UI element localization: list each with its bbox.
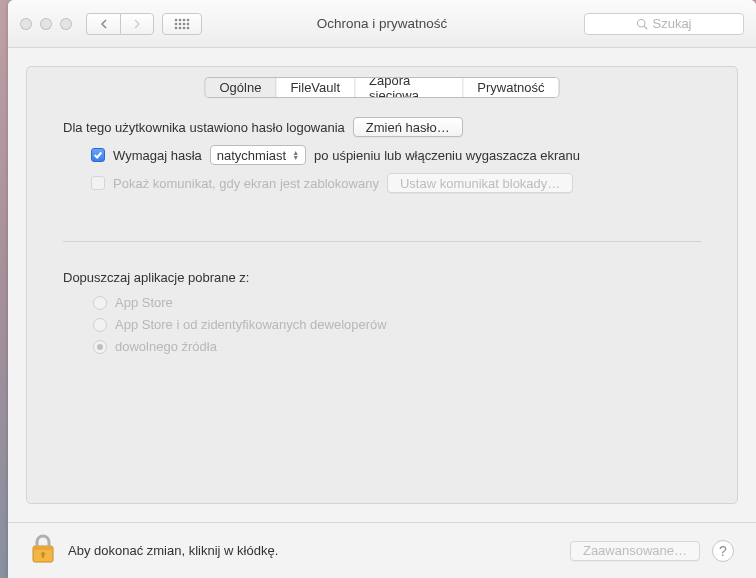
password-section: Dla tego użytkownika ustawiono hasło log… <box>63 117 701 242</box>
tab-privacy-label: Prywatność <box>477 80 544 95</box>
tab-filevault[interactable]: FileVault <box>276 78 355 97</box>
stepper-icon: ▲▼ <box>292 150 299 160</box>
require-password-label: Wymagaj hasła <box>113 148 202 163</box>
window-controls <box>20 18 72 30</box>
show-message-label: Pokaż komunikat, gdy ekran jest zablokow… <box>113 176 379 191</box>
show-all-button[interactable] <box>162 13 202 35</box>
svg-point-5 <box>179 22 182 25</box>
nav-buttons <box>86 13 154 35</box>
tab-firewall[interactable]: Zapora sieciowa <box>355 78 463 97</box>
set-lock-message-label: Ustaw komunikat blokady… <box>400 176 560 191</box>
radio-identified <box>93 318 107 332</box>
svg-point-7 <box>187 22 190 25</box>
minimize-window[interactable] <box>40 18 52 30</box>
set-lock-message-button: Ustaw komunikat blokady… <box>387 173 573 193</box>
radio-appstore-label: App Store <box>115 295 173 310</box>
lock-icon[interactable] <box>30 534 56 567</box>
advanced-button: Zaawansowane… <box>570 541 700 561</box>
forward-button[interactable] <box>120 13 154 35</box>
svg-rect-17 <box>42 554 44 558</box>
svg-point-0 <box>175 18 178 21</box>
advanced-label: Zaawansowane… <box>583 543 687 558</box>
svg-point-11 <box>187 26 190 29</box>
svg-point-9 <box>179 26 182 29</box>
svg-point-3 <box>187 18 190 21</box>
search-icon <box>636 18 648 30</box>
change-password-label: Zmień hasło… <box>366 120 450 135</box>
back-button[interactable] <box>86 13 120 35</box>
svg-rect-15 <box>33 546 53 550</box>
password-set-label: Dla tego użytkownika ustawiono hasło log… <box>63 120 345 135</box>
general-pane: Dla tego użytkownika ustawiono hasło log… <box>27 109 737 503</box>
tab-firewall-label: Zapora sieciowa <box>369 77 448 98</box>
lock-text: Aby dokonać zmian, kliknij w kłódkę. <box>68 543 278 558</box>
search-field[interactable]: Szukaj <box>584 13 744 35</box>
svg-point-8 <box>175 26 178 29</box>
radio-anywhere-label: dowolnego źródła <box>115 339 217 354</box>
grid-icon <box>174 18 190 30</box>
svg-point-10 <box>183 26 186 29</box>
require-delay-value: natychmiast <box>217 148 286 163</box>
svg-line-13 <box>645 26 648 29</box>
tab-bar: Ogólne FileVault Zapora sieciowa Prywatn… <box>205 77 560 98</box>
svg-point-2 <box>183 18 186 21</box>
svg-point-6 <box>183 22 186 25</box>
radio-anywhere <box>93 340 107 354</box>
tab-filevault-label: FileVault <box>290 80 340 95</box>
prefs-window: Ochrona i prywatność Szukaj Ogólne FileV… <box>8 0 756 578</box>
tab-privacy[interactable]: Prywatność <box>463 78 558 97</box>
after-sleep-label: po uśpieniu lub włączeniu wygaszacza ekr… <box>314 148 580 163</box>
footer: Aby dokonać zmian, kliknij w kłódkę. Zaa… <box>8 522 756 578</box>
tab-general[interactable]: Ogólne <box>206 78 277 97</box>
tab-general-label: Ogólne <box>220 80 262 95</box>
svg-point-1 <box>179 18 182 21</box>
svg-point-12 <box>638 19 646 27</box>
content-area: Ogólne FileVault Zapora sieciowa Prywatn… <box>8 48 756 522</box>
allow-apps-header: Dopuszczaj aplikacje pobrane z: <box>63 270 701 285</box>
prefs-body: Ogólne FileVault Zapora sieciowa Prywatn… <box>26 66 738 504</box>
require-password-delay-select[interactable]: natychmiast ▲▼ <box>210 145 306 165</box>
radio-identified-label: App Store i od zidentyfikowanych dewelop… <box>115 317 387 332</box>
change-password-button[interactable]: Zmień hasło… <box>353 117 463 137</box>
allow-apps-section: Dopuszczaj aplikacje pobrane z: App Stor… <box>63 270 701 354</box>
zoom-window[interactable] <box>60 18 72 30</box>
radio-appstore <box>93 296 107 310</box>
help-button[interactable]: ? <box>712 540 734 562</box>
show-message-checkbox <box>91 176 105 190</box>
close-window[interactable] <box>20 18 32 30</box>
allow-apps-radiogroup: App Store App Store i od zidentyfikowany… <box>63 295 701 354</box>
search-placeholder: Szukaj <box>652 16 691 31</box>
require-password-checkbox[interactable] <box>91 148 105 162</box>
svg-point-4 <box>175 22 178 25</box>
titlebar: Ochrona i prywatność Szukaj <box>8 0 756 48</box>
